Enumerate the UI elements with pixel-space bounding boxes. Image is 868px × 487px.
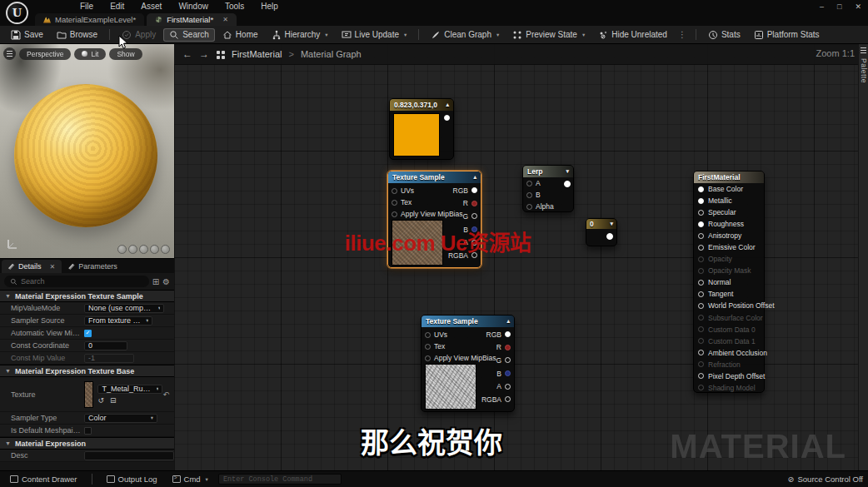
- input-pin[interactable]: [698, 385, 704, 390]
- const-mip-value-input[interactable]: -1: [84, 354, 134, 363]
- input-pin[interactable]: [698, 280, 704, 286]
- output-pin-row[interactable]: G: [481, 354, 511, 367]
- desc-input[interactable]: [84, 451, 174, 460]
- input-pin[interactable]: [425, 344, 431, 350]
- input-pin[interactable]: [698, 326, 704, 332]
- input-pin[interactable]: [425, 332, 431, 338]
- tab-close-icon[interactable]: ✕: [222, 16, 228, 23]
- output-pin[interactable]: [471, 187, 477, 193]
- output-pin-row[interactable]: B: [481, 367, 511, 380]
- maximize-button[interactable]: □: [837, 2, 841, 11]
- hide-unrelated-button[interactable]: Hide Unrelated: [592, 28, 673, 42]
- viewport-menu-button[interactable]: [3, 47, 16, 60]
- material-input-row[interactable]: Opacity: [694, 253, 764, 265]
- menu-asset[interactable]: Asset: [141, 2, 162, 11]
- menu-window[interactable]: Window: [178, 2, 208, 11]
- section-material-expression[interactable]: ▼ Material Expression: [0, 437, 174, 450]
- input-pin[interactable]: [698, 373, 704, 379]
- mesh-sphere-button[interactable]: [128, 245, 137, 254]
- preview-state-button[interactable]: Preview State ▾: [506, 28, 591, 42]
- input-pin-row[interactable]: B: [523, 189, 573, 201]
- forward-arrow-icon[interactable]: →: [199, 48, 209, 60]
- input-pin[interactable]: [698, 361, 704, 367]
- material-input-row[interactable]: Shading Model: [694, 382, 764, 394]
- output-pin-row[interactable]: RGB: [448, 184, 477, 197]
- input-pin[interactable]: [698, 198, 704, 204]
- input-pin[interactable]: [698, 303, 704, 309]
- constant-node[interactable]: 0 ▾: [586, 218, 617, 246]
- material-input-row[interactable]: Refraction: [694, 359, 764, 370]
- menu-edit[interactable]: Edit: [110, 2, 124, 11]
- menu-tools[interactable]: Tools: [225, 2, 244, 11]
- material-graph-canvas[interactable]: ← → FirstMaterial > Material Graph Zoom …: [174, 44, 868, 470]
- chevron-down-icon[interactable]: ▾: [566, 168, 569, 175]
- sampler-source-dropdown[interactable]: From texture asset▾: [84, 316, 152, 325]
- sampler-type-dropdown[interactable]: Color▾: [84, 414, 157, 423]
- material-input-row[interactable]: World Position Offset: [694, 300, 764, 311]
- output-pin[interactable]: [505, 370, 511, 376]
- tab-first-material[interactable]: FirstMaterial* ✕: [147, 13, 237, 26]
- input-pin[interactable]: [698, 338, 704, 344]
- kebab-menu-icon[interactable]: ⋮: [675, 30, 690, 39]
- material-input-row[interactable]: Ambient Occlusion: [694, 347, 764, 359]
- input-pin[interactable]: [698, 221, 704, 227]
- output-pin[interactable]: [564, 181, 571, 187]
- output-pin[interactable]: [505, 345, 511, 350]
- material-input-row[interactable]: Base Color: [694, 183, 764, 195]
- default-meshpaint-checkbox[interactable]: [84, 427, 92, 435]
- input-pin[interactable]: [698, 256, 704, 262]
- output-pin[interactable]: [505, 331, 511, 337]
- output-pin[interactable]: [444, 115, 450, 121]
- texture-sample-node-2[interactable]: Texture Sample ▴ UVsTexApply View MipBia…: [421, 315, 515, 412]
- material-result-node[interactable]: FirstMaterial Base ColorMetallicSpecular…: [693, 171, 765, 393]
- output-pin[interactable]: [471, 201, 477, 206]
- source-control-button[interactable]: ⊘ Source Control Off: [788, 475, 863, 484]
- output-pin-row[interactable]: R: [481, 341, 511, 355]
- input-pin-row[interactable]: Alpha: [523, 201, 573, 212]
- input-pin[interactable]: [526, 192, 532, 198]
- input-pin[interactable]: [392, 200, 397, 206]
- input-pin[interactable]: [698, 350, 704, 355]
- input-pin[interactable]: [698, 245, 704, 251]
- input-pin[interactable]: [698, 210, 704, 216]
- tab-material-example-level[interactable]: MaterialExampleLevel*: [35, 13, 144, 26]
- material-input-row[interactable]: Normal: [694, 276, 764, 288]
- back-arrow-icon[interactable]: ←: [182, 48, 192, 60]
- material-input-row[interactable]: Metallic: [694, 195, 764, 206]
- input-pin[interactable]: [425, 355, 431, 361]
- home-button[interactable]: Home: [217, 28, 264, 42]
- output-pin-row[interactable]: R: [448, 197, 477, 211]
- console-command-input[interactable]: Enter Console Command: [218, 474, 342, 485]
- material-input-row[interactable]: Custom Data 1: [694, 335, 764, 347]
- input-pin[interactable]: [698, 315, 704, 321]
- use-selected-asset-icon[interactable]: ↺: [97, 396, 104, 405]
- hierarchy-button[interactable]: Hierarchy ▾: [266, 28, 334, 42]
- mesh-plane-button[interactable]: [139, 245, 148, 254]
- clean-graph-button[interactable]: Clean Graph ▾: [425, 28, 505, 42]
- lit-dropdown[interactable]: Lit: [74, 48, 106, 60]
- output-log-button[interactable]: Output Log: [102, 473, 162, 485]
- mesh-cube-button[interactable]: [150, 245, 159, 254]
- collapse-icon[interactable]: ▴: [506, 318, 510, 325]
- auto-view-mip-checkbox[interactable]: ✓: [84, 330, 92, 337]
- perspective-dropdown[interactable]: Perspective: [19, 48, 71, 60]
- search-button[interactable]: Search: [163, 28, 215, 42]
- chevron-down-icon[interactable]: ▾: [610, 221, 613, 227]
- output-pin[interactable]: [606, 233, 613, 240]
- section-texture-base[interactable]: ▼ Material Expression Texture Base: [0, 365, 174, 377]
- details-search-input[interactable]: Search: [4, 276, 149, 287]
- material-input-row[interactable]: Emissive Color: [694, 241, 764, 253]
- browse-to-asset-icon[interactable]: ⊟: [110, 396, 117, 405]
- input-pin[interactable]: [698, 268, 704, 274]
- platform-stats-button[interactable]: Platform Stats: [748, 28, 826, 42]
- input-pin[interactable]: [392, 211, 397, 217]
- close-icon[interactable]: ✕: [50, 263, 56, 271]
- material-input-row[interactable]: Roughness: [694, 218, 764, 230]
- breadcrumb-root[interactable]: FirstMaterial: [232, 49, 282, 59]
- output-pin-row[interactable]: RGBA: [481, 393, 511, 406]
- save-button[interactable]: Save: [5, 28, 49, 42]
- input-pin[interactable]: [698, 186, 704, 192]
- material-input-row[interactable]: Pixel Depth Offset: [694, 370, 764, 382]
- content-drawer-button[interactable]: Content Drawer: [5, 473, 82, 485]
- constant3-vector-node[interactable]: 0.823,0.371,0 ▴: [389, 98, 454, 160]
